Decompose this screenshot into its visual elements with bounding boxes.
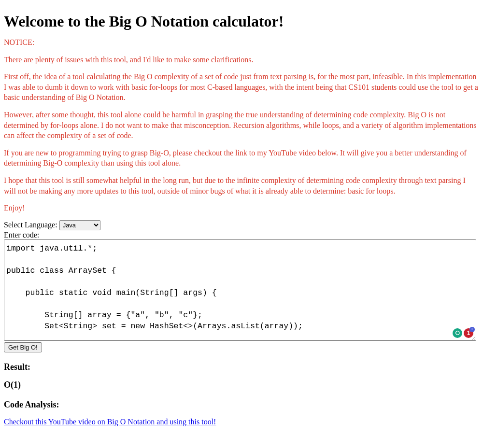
notice-paragraph-3: However, after some thought, this tool a… [4,110,479,141]
grammarly-widget[interactable]: 1 + [453,328,473,338]
code-analysis-heading: Code Analysis: [4,400,479,410]
code-input[interactable] [4,239,476,341]
plus-icon: + [469,327,475,332]
notice-paragraph-5: I hope that this tool is still somewhat … [4,175,479,196]
youtube-link[interactable]: Checkout this YouTube video on Big O Not… [4,418,216,426]
notice-paragraph-1: There are plenty of issues with this too… [4,55,479,65]
grammarly-count-badge[interactable]: 1 + [464,328,473,338]
language-label: Select Language: [4,221,57,229]
notice-paragraph-4: If you are new to programming trying to … [4,148,479,168]
grammarly-icon[interactable] [453,328,462,338]
notice-paragraph-6: Enjoy! [4,203,479,213]
notice-paragraph-2: First off, the idea of a tool calculatin… [4,71,479,103]
enter-code-label: Enter code: [4,231,479,239]
get-big-o-button[interactable]: Get Big O! [4,342,42,352]
result-heading: Result: [4,362,479,372]
language-select[interactable]: Java [59,220,100,230]
page-title: Welcome to the Big O Notation calculator… [4,13,479,30]
notice-heading: NOTICE: [4,37,479,48]
result-value: O(1) [4,380,479,390]
